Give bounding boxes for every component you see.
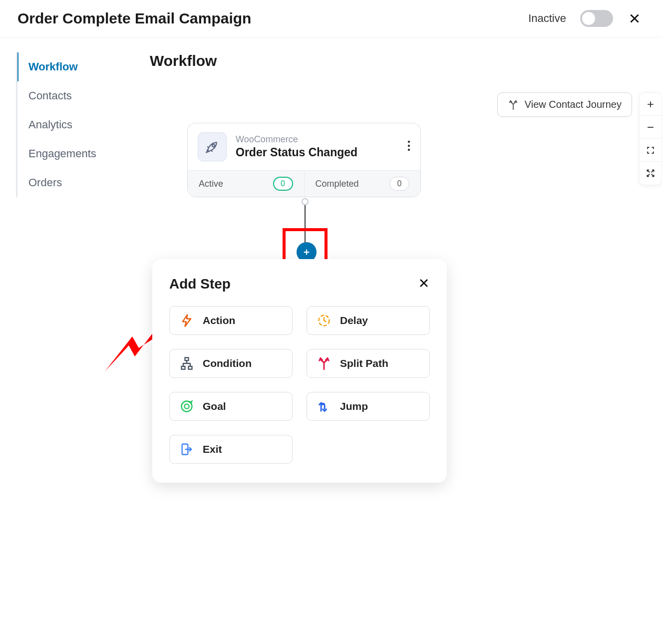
clock-icon (317, 314, 331, 327)
tree-icon (180, 356, 194, 370)
svg-point-9 (408, 145, 410, 147)
sidebar-item-label: Orders (28, 176, 62, 189)
target-icon (180, 399, 194, 413)
step-option-label: Goal (203, 400, 226, 412)
trigger-card-header: WooCommerce Order Status Changed (188, 123, 420, 170)
stat-active: Active 0 (188, 171, 304, 197)
step-option-label: Exit (203, 443, 222, 455)
exit-icon (180, 442, 194, 456)
header-right: Inactive (528, 10, 642, 27)
zoom-toolbar (639, 92, 662, 185)
status-toggle[interactable] (580, 10, 613, 27)
trigger-menu-button[interactable] (407, 140, 410, 154)
trigger-subtitle: WooCommerce (236, 134, 398, 145)
sidebar: Workflow Contacts Analytics Engagements … (0, 52, 150, 564)
content: Workflow View Contact Journey WooCommerc… (150, 52, 662, 564)
workflow-canvas[interactable]: WooCommerce Order Status Changed Active … (150, 89, 642, 564)
step-option-delay[interactable]: Delay (307, 306, 430, 335)
zoom-in-button[interactable] (640, 93, 662, 116)
close-icon (418, 277, 430, 289)
step-option-goal[interactable]: Goal (169, 392, 293, 421)
stat-completed-value: 0 (389, 177, 409, 191)
add-step-close-button[interactable] (418, 277, 430, 291)
sidebar-indicator-strip (16, 52, 17, 197)
fullscreen-icon (646, 145, 656, 155)
sidebar-item-label: Contacts (28, 89, 72, 102)
header: Order Complete Email Campaign Inactive (0, 0, 662, 37)
close-icon (628, 12, 641, 25)
sidebar-item-orders[interactable]: Orders (16, 168, 150, 197)
step-option-label: Condition (203, 357, 252, 369)
svg-point-8 (408, 141, 410, 143)
step-option-jump[interactable]: Jump (307, 392, 430, 421)
svg-point-7 (212, 144, 215, 147)
stat-active-label: Active (199, 179, 223, 189)
zoom-out-button[interactable] (640, 116, 662, 139)
svg-point-10 (408, 149, 410, 151)
jump-icon (317, 399, 331, 413)
add-step-title: Add Step (169, 276, 231, 292)
sidebar-item-workflow[interactable]: Workflow (16, 52, 150, 81)
step-option-label: Split Path (340, 357, 388, 369)
split-icon (317, 356, 331, 370)
step-option-action[interactable]: Action (169, 306, 293, 335)
trigger-title: Order Status Changed (236, 146, 398, 159)
sidebar-item-contacts[interactable]: Contacts (16, 81, 150, 110)
bolt-icon (180, 314, 194, 327)
page-title: Order Complete Email Campaign (17, 10, 251, 27)
rocket-icon (198, 132, 227, 161)
fullscreen-button[interactable] (640, 139, 662, 162)
stat-completed: Completed 0 (304, 171, 421, 197)
kebab-icon (407, 140, 410, 152)
connector-dot (302, 198, 309, 205)
step-option-label: Delay (340, 315, 368, 326)
sidebar-item-label: Analytics (28, 118, 72, 131)
sidebar-item-label: Workflow (28, 60, 78, 73)
expand-icon (646, 168, 656, 178)
plus-icon (646, 99, 656, 109)
status-label: Inactive (528, 12, 566, 25)
close-button[interactable] (627, 11, 642, 26)
step-option-split-path[interactable]: Split Path (307, 349, 430, 378)
step-option-label: Action (203, 315, 235, 326)
expand-button[interactable] (640, 162, 662, 185)
stat-completed-label: Completed (316, 179, 359, 189)
add-step-panel: Add Step ActionDelayConditionSplit PathG… (152, 259, 447, 483)
step-option-condition[interactable]: Condition (169, 349, 293, 378)
plus-icon (302, 248, 311, 257)
stat-active-value: 0 (273, 177, 293, 191)
trigger-card[interactable]: WooCommerce Order Status Changed Active … (187, 123, 421, 197)
trigger-stats: Active 0 Completed 0 (188, 170, 420, 197)
content-title: Workflow (150, 52, 642, 69)
sidebar-item-analytics[interactable]: Analytics (16, 110, 150, 139)
toggle-knob (582, 12, 595, 25)
step-option-exit[interactable]: Exit (169, 435, 293, 464)
sidebar-item-label: Engagements (28, 147, 96, 160)
sidebar-item-engagements[interactable]: Engagements (16, 139, 150, 168)
step-option-label: Jump (340, 400, 368, 412)
minus-icon (646, 122, 656, 132)
